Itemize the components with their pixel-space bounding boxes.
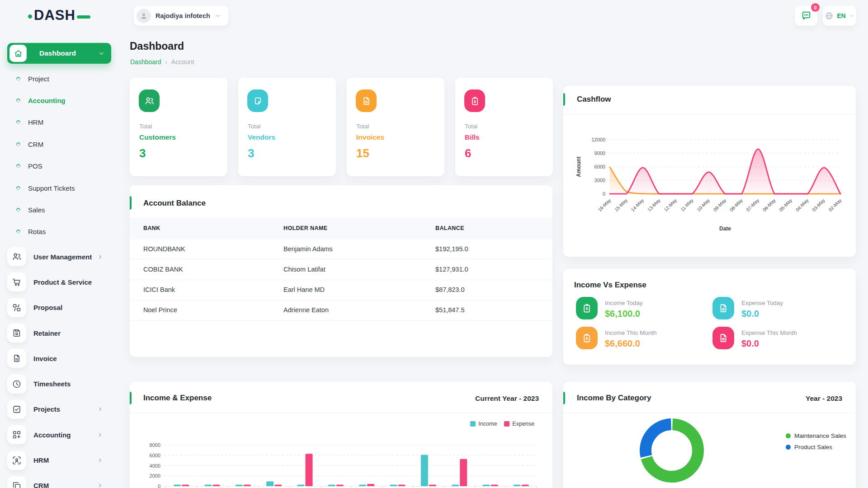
person-scan-icon (7, 451, 26, 470)
sidebar-item-timesheets[interactable]: Timesheets (0, 371, 118, 396)
stat-label: Expense Today (741, 300, 783, 306)
sidebar-item-crm-section[interactable]: CRM (0, 473, 118, 488)
sidebar-item-retainer[interactable]: Retainer (0, 320, 118, 346)
legend-swatch (786, 433, 791, 438)
cell-bank: ROUNDBANK (143, 245, 185, 253)
stat-value: $0.0 (741, 309, 759, 319)
dashboard-submenu: Project Accounting HRM CRM POS Support T… (0, 68, 118, 243)
company-switcher[interactable]: Rajodiya infotech (134, 6, 228, 26)
svg-text:$: $ (585, 336, 588, 341)
table-row: Noel Prince Adrienne Eaton $51,847.5 (130, 300, 552, 321)
bullet-icon (15, 141, 21, 147)
card-title: Account Balance (143, 199, 206, 208)
logo-text: DASH (34, 7, 75, 23)
sidebar-item-projects[interactable]: Projects (0, 397, 118, 422)
legend-item-maintenance-sales[interactable]: Maintenance Sales (786, 432, 846, 439)
stat-prefix: Total (465, 123, 478, 130)
sidebar-item-label: Rotas (28, 228, 46, 235)
svg-text:4000: 4000 (150, 463, 160, 469)
note-icon (247, 89, 268, 112)
table-header: BANK HOLDER NAME BALANCE (130, 218, 552, 239)
sidebar-item-invoice[interactable]: Invoice (0, 346, 118, 371)
legend-swatch (470, 421, 476, 427)
sidebar-sections: User Management Product & Service Propos… (0, 244, 118, 488)
file-icon (712, 297, 734, 319)
legend-label: Income (478, 421, 497, 427)
cell-holder: Benjamin Adams (283, 245, 333, 253)
sidebar-item-hrm-section[interactable]: HRM (0, 447, 118, 473)
sidebar-item-proposal[interactable]: Proposal (0, 295, 118, 320)
app-logo[interactable]: DASH (28, 7, 90, 23)
legend-item-expense[interactable]: Expense (504, 421, 534, 427)
messages-button[interactable]: 0 (795, 6, 817, 26)
sidebar-item-label: HRM (28, 118, 43, 126)
messages-badge: 0 (811, 3, 820, 12)
total-bills-card: $ Total Bills 6 (455, 78, 553, 176)
stat-label: Income Today (605, 300, 643, 306)
sidebar-item-dashboard[interactable]: Dashboard (7, 43, 111, 64)
users-icon (139, 89, 160, 112)
svg-text:6000: 6000 (594, 164, 605, 169)
column-header-bank: BANK (143, 225, 160, 231)
sidebar-item-pos[interactable]: POS (0, 155, 118, 177)
person-icon (139, 11, 148, 20)
stat-prefix: Total (139, 123, 152, 130)
stat-prefix: Total (248, 123, 261, 130)
legend-label: Maintenance Sales (794, 432, 846, 439)
stat-label: Vendors (248, 133, 275, 141)
bill-clipboard-icon: $ (464, 89, 485, 112)
sidebar-item-sales[interactable]: Sales (0, 199, 118, 221)
stat-label: Invoices (356, 133, 384, 141)
chevron-down-icon (98, 50, 105, 57)
svg-text:8000: 8000 (150, 442, 160, 448)
total-vendors-card: Total Vendors 3 (238, 78, 336, 176)
sidebar-item-label: Sales (28, 206, 45, 214)
breadcrumb-separator: › (165, 59, 167, 66)
sidebar-item-hrm[interactable]: HRM (0, 112, 118, 133)
users-icon (7, 247, 26, 266)
bullet-icon (15, 229, 21, 235)
svg-text:16-May: 16-May (597, 197, 612, 212)
svg-text:10-May: 10-May (696, 197, 711, 212)
save-icon (7, 324, 26, 343)
stat-label: Bills (465, 133, 480, 141)
sidebar-item-rotas[interactable]: Rotas (0, 221, 118, 243)
avatar (137, 9, 151, 23)
bullet-icon (15, 207, 21, 213)
legend-label: Product Sales (794, 444, 832, 450)
cell-bank: ICICI Bank (143, 286, 175, 293)
sidebar-item-project[interactable]: Project (0, 68, 118, 89)
svg-text:06-May: 06-May (761, 197, 777, 212)
column-header-holder: HOLDER NAME (283, 225, 327, 231)
copy-icon (7, 476, 26, 488)
sidebar-item-label: Product & Service (33, 278, 92, 286)
sidebar-item-label: CRM (28, 141, 43, 148)
cart-icon (7, 272, 26, 291)
account-balance-card: Account Balance BANK HOLDER NAME BALANCE… (130, 185, 552, 357)
cell-holder: Earl Hane MD (283, 286, 325, 293)
legend-item-income[interactable]: Income (470, 421, 497, 427)
bullet-icon (15, 120, 21, 126)
breadcrumb-dashboard-link[interactable]: Dashboard (130, 58, 161, 66)
cell-balance: $87,823.0 (435, 286, 465, 293)
sidebar-item-label: Proposal (33, 304, 62, 311)
stat-prefix: Total (356, 123, 369, 130)
sidebar-item-crm[interactable]: CRM (0, 133, 118, 155)
language-selector[interactable]: EN (823, 6, 856, 26)
sidebar-item-product-service[interactable]: Product & Service (0, 269, 118, 295)
sidebar-item-support-tickets[interactable]: Support Tickets (0, 177, 118, 199)
file-icon (712, 327, 734, 349)
sidebar-item-accounting-section[interactable]: Accounting (0, 422, 118, 447)
income-by-category-chart (618, 396, 726, 488)
svg-text:6000: 6000 (150, 453, 160, 458)
svg-text:04-May: 04-May (794, 197, 810, 212)
svg-text:Date: Date (719, 225, 731, 232)
legend-item-product-sales[interactable]: Product Sales (786, 444, 832, 450)
sidebar-item-user-management[interactable]: User Management (0, 244, 118, 269)
column-header-balance: BALANCE (435, 225, 464, 231)
sidebar-item-label: Timesheets (33, 380, 71, 388)
total-invoices-card: Total Invoices 15 (347, 78, 444, 176)
sidebar-item-accounting[interactable]: Accounting (0, 89, 118, 111)
period-label: Current Year - 2023 (475, 394, 539, 403)
stat-value: 3 (139, 146, 146, 160)
